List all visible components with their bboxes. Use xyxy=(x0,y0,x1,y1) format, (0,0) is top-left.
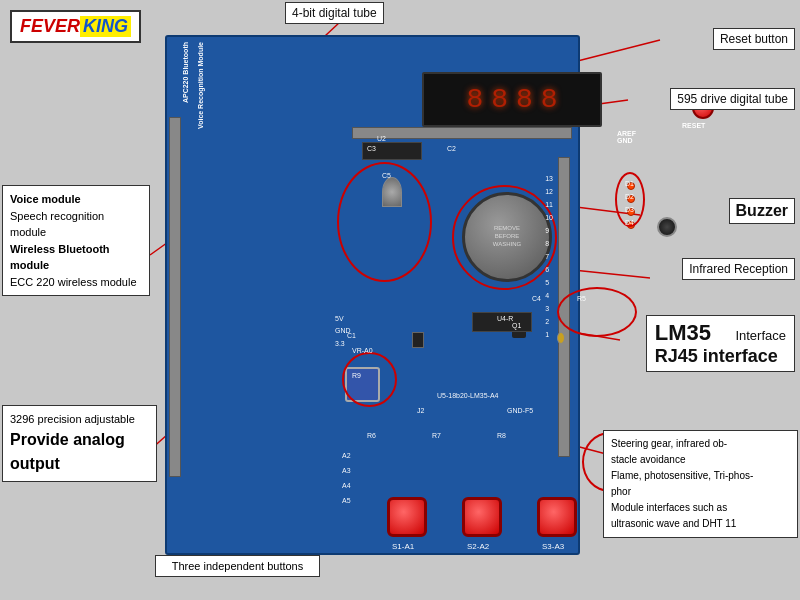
three-buttons-box: Three independent buttons xyxy=(155,555,320,577)
digital-tube-label: 4-bit digital tube xyxy=(285,2,384,24)
buzzer-component xyxy=(657,217,677,237)
pin-numbers-right: 13121110987654321 xyxy=(545,172,553,341)
r7-label: R7 xyxy=(432,432,441,439)
precision-label: 3296 precision adjustable Provide analog… xyxy=(10,411,149,476)
digit-2: 8 xyxy=(491,84,508,115)
gndf5-label: GND-F5 xyxy=(507,407,533,414)
d-labels: D1D2D3D4 xyxy=(625,177,634,229)
a5-label: A5 xyxy=(342,497,351,504)
u5-label: U5-18b20-LM35-A4 xyxy=(437,392,498,399)
push-button-s2[interactable] xyxy=(462,497,502,537)
interface-label: Interface xyxy=(735,328,786,343)
logo-fever-text: FEVER xyxy=(20,16,80,37)
btn-label-s2: S2-A2 xyxy=(467,542,489,551)
a4-label: A4 xyxy=(342,482,351,489)
bottom-right-box: Steering gear, infrared ob- stacle avoid… xyxy=(603,430,798,538)
r6-label: R6 xyxy=(367,432,376,439)
red-oval-center xyxy=(452,185,557,290)
lm35-rj45-box: LM35 Interface RJ45 interface xyxy=(646,315,795,372)
analog-output-box: 3296 precision adjustable Provide analog… xyxy=(2,405,157,482)
u4-label: U4-R xyxy=(497,315,513,322)
voice-module-text: Voice module Speech recognition module W… xyxy=(10,191,142,290)
three-buttons-label: Three independent buttons xyxy=(172,560,304,572)
c5-label: C5 xyxy=(382,172,391,179)
push-button-s1[interactable] xyxy=(387,497,427,537)
lm35-label: LM35 xyxy=(655,320,711,345)
red-oval-left-module xyxy=(337,162,432,282)
resistor xyxy=(557,332,565,344)
logo-king-text: KING xyxy=(80,16,131,37)
c2-label: C2 xyxy=(447,145,456,152)
digit-1: 8 xyxy=(466,84,483,115)
red-oval-pot xyxy=(342,352,397,407)
buzzer-label: Buzzer xyxy=(729,198,795,224)
vra0-label: VR-A0 xyxy=(352,347,373,354)
c4-label: C4 xyxy=(532,295,541,302)
btn-label-s3: S3-A3 xyxy=(542,542,564,551)
logo: FEVER KING xyxy=(10,10,141,43)
a2-label: A2 xyxy=(342,452,351,459)
reset-label-small: RESET xyxy=(682,122,705,129)
reset-button-label: Reset button xyxy=(713,28,795,50)
c3-label: C3 xyxy=(367,145,376,152)
red-oval-connector xyxy=(557,287,637,337)
u2-label: U2 xyxy=(377,135,386,142)
digital-tube-display: 8 8 8 8 xyxy=(422,72,602,127)
aref-label: AREFGND xyxy=(617,130,636,144)
r9-label: R9 xyxy=(352,372,361,379)
a3-label: A3 xyxy=(342,467,351,474)
3v3-label: 3.3 xyxy=(335,340,345,347)
push-button-s3[interactable] xyxy=(537,497,577,537)
5v-label: 5V xyxy=(335,315,344,322)
steering-gear-text: Steering gear, infrared ob- stacle avoid… xyxy=(611,436,790,532)
pcb-sublabel: Voice Recognition Module xyxy=(197,42,204,129)
infrared-label: Infrared Reception xyxy=(682,258,795,280)
j2-label: J2 xyxy=(417,407,424,414)
rj45-label: RJ45 interface xyxy=(655,346,778,366)
drive-595-label: 595 drive digital tube xyxy=(670,88,795,110)
digit-4: 8 xyxy=(541,84,558,115)
btn-label-s1: S1-A1 xyxy=(392,542,414,551)
r5-label: R5 xyxy=(577,295,586,302)
voice-module-box: Voice module Speech recognition module W… xyxy=(2,185,150,296)
pcb-label: APC220 Bluetooth xyxy=(182,42,189,103)
gnd-label: GND xyxy=(335,327,351,334)
small-ic xyxy=(412,332,424,348)
pcb-board: APC220 Bluetooth Voice Recognition Modul… xyxy=(165,35,580,555)
r8-label: R8 xyxy=(497,432,506,439)
pin-header-left xyxy=(169,117,181,477)
digit-3: 8 xyxy=(516,84,533,115)
q1-label: Q1 xyxy=(512,322,521,329)
